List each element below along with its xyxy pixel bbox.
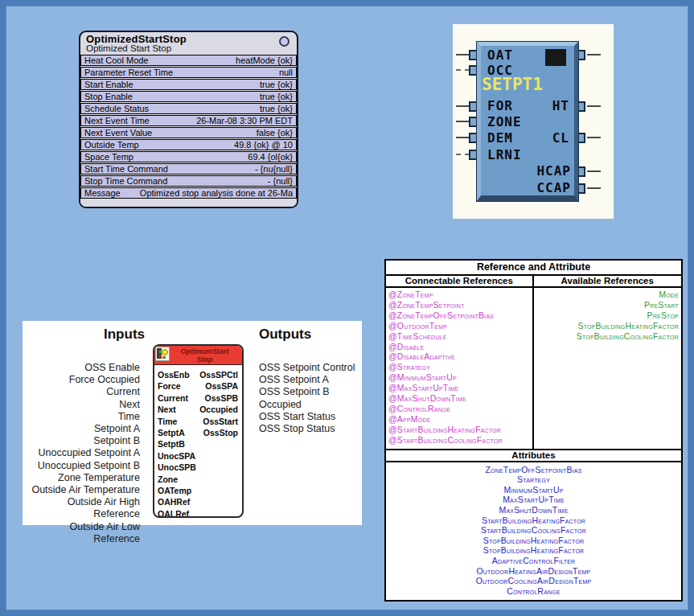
connectable-references-column: Connectable References @ZoneTemp@ZoneTem… [386, 276, 534, 449]
oss-block-title: OptimumStart Stop [170, 346, 242, 364]
oss-left-pin-labels: OssEnbForceCurrentNextTimeSetptASetptBUn… [158, 369, 196, 518]
property-value: null [279, 68, 293, 77]
pin-label-oat: OAT [487, 47, 513, 63]
input-label: Unoccupied Setpoint B [23, 460, 140, 472]
output-label: Occupied [259, 399, 355, 411]
property-label: Next Event Value [84, 128, 152, 138]
pin-line-for [456, 105, 470, 107]
traffic-light-icon [157, 348, 162, 359]
available-reference-item: PreStop [536, 310, 680, 321]
property-row[interactable]: Next Event Value false {ok} [80, 127, 297, 138]
property-value: - {null} [268, 176, 293, 186]
oss-left-pin-label: Time [158, 416, 196, 427]
property-label: Stop Enable [84, 92, 133, 101]
oss-left-pin-label: Zone [158, 474, 196, 485]
oss-left-pin-label: Current [158, 392, 196, 404]
input-label: Current [23, 386, 140, 398]
input-label: Zone Temperature [23, 472, 140, 484]
property-row[interactable]: Space Temp 69.4 {ol{ok} [80, 151, 297, 162]
attribute-item: OutdoorHeatingAirDesignTemp [386, 566, 681, 577]
property-rows: Heat Cool Mode heatMode {ok} Parameter R… [80, 55, 297, 199]
property-row[interactable]: Stop Enable true {ok} [80, 91, 297, 102]
pin-label-cl: CL [552, 130, 569, 146]
pin-label-zone: ZONE [487, 114, 522, 129]
pin-line-occ [456, 69, 470, 71]
property-row[interactable]: Start Enable true {ok} [80, 79, 297, 90]
oss-left-pin-label: UnocSPA [158, 450, 196, 462]
block-title: SETPT1 [482, 75, 543, 94]
connectable-reference-item: @ZoneTempOffSetpointBias [388, 310, 530, 321]
connectable-reference-item: @ControlRange [388, 404, 530, 414]
property-row[interactable]: Next Event Time 26-Mar-08 3:30 PM EDT [80, 115, 297, 126]
input-label: Unoccupied Setpoint A [23, 447, 140, 459]
reference-attribute-table: Reference and Attribute Connectable Refe… [384, 259, 683, 602]
input-label: Outside Air Low Reference [23, 521, 140, 545]
property-label: Schedule Status [84, 104, 149, 113]
oss-left-pin-label: OAHRef [158, 496, 196, 507]
pin-line-zone [456, 121, 470, 122]
pin-line-ccap [587, 187, 601, 189]
property-row[interactable]: Heat Cool Mode heatMode {ok} [80, 55, 297, 66]
attribute-item: StartBuildingHeatingFactor [386, 515, 681, 526]
oss-right-pin-label: OssSPB [199, 392, 238, 404]
connectable-references-list: @ZoneTemp@ZoneTempSetpoint@ZoneTempOffSe… [386, 288, 532, 449]
connectable-reference-item: @TimeSchedule [388, 331, 530, 342]
property-value: true {ok} [260, 80, 293, 89]
property-row[interactable]: Start Time Command - {nu{null} [80, 163, 297, 175]
available-references-list: ModePreStartPreStopStopBuildingHeatingFa… [534, 288, 682, 345]
available-references-column: Available References ModePreStartPreStop… [534, 276, 682, 449]
pin-label-ccap: CCAP [536, 180, 571, 195]
output-label: OSS Setpoint Control [259, 362, 355, 374]
output-label: OSS Setpoint A [259, 374, 355, 386]
pin-line-top-right [587, 54, 601, 55]
connectable-reference-item: @MaxShutDownTime [388, 393, 530, 404]
property-row[interactable]: Parameter Reset Time null [80, 67, 297, 78]
available-references-header: Available References [534, 276, 682, 288]
attribute-item: ZoneTempOffSetpointBias [386, 465, 681, 475]
bulb-icon [162, 349, 168, 355]
available-reference-item: StopBuildingCoolingFactor [536, 331, 680, 342]
property-value: false {ok} [257, 128, 293, 138]
oss-right-pin-label: OssStop [199, 427, 238, 438]
property-label: Message [84, 188, 121, 198]
pin-line-oat [456, 54, 470, 55]
oss-left-pin-label: UnocSPB [158, 462, 196, 473]
attribute-item: StopBuildingHeatingFactor [386, 545, 681, 556]
property-value: 49.8 {ok} @ 10 [234, 140, 293, 150]
property-row[interactable]: Outside Temp 49.8 {ok} @ 10 [80, 139, 297, 150]
setpt1-panel: OAT OCC SETPT1 FOR HT ZONE DEM CL LRNI H… [453, 24, 614, 219]
oss-left-pin-label: OssEnb [158, 369, 196, 380]
property-value: heatMode {ok} [236, 55, 293, 65]
optimized-start-stop-property-block[interactable]: OptimizedStartStop Optimized Start Stop … [79, 31, 298, 208]
connectable-reference-item: @AppMode [388, 414, 530, 425]
oss-right-pin-labels: OssSPCtlOssSPAOssSPBOccupiedOssStartOssS… [199, 369, 238, 438]
property-label: Parameter Reset Time [84, 68, 173, 77]
pin-label-ht: HT [552, 98, 569, 113]
property-value: true {ok} [260, 104, 293, 113]
property-block-footer [80, 199, 297, 207]
oss-left-pin-label: SetptA [158, 427, 196, 438]
connectable-reference-item: @Disable [388, 342, 530, 352]
pin-line-dem [456, 137, 470, 138]
inputs-list: OSS EnableForce OccupiedCurrentNextTimeS… [23, 362, 140, 545]
connectable-reference-item: @ZoneTempSetpoint [388, 300, 530, 310]
status-circle-icon [279, 36, 290, 47]
property-block-subtitle: Optimized Start Stop [86, 43, 291, 53]
connectable-reference-item: @StartBuildingHeatingFactor [388, 425, 530, 435]
setpt1-function-block[interactable]: OAT OCC SETPT1 FOR HT ZONE DEM CL LRNI H… [477, 42, 578, 201]
property-row[interactable]: Message Optimized stop analysis done at … [80, 187, 297, 199]
pin-label-lrni: LRNI [487, 147, 522, 162]
oss-left-pin-label: Force [158, 380, 196, 392]
input-label: Force Occupied [23, 374, 140, 386]
attribute-item: StopBuildingHeatingFactor [386, 536, 681, 546]
property-row[interactable]: Stop Time Command - {null} [80, 175, 297, 187]
optimum-start-stop-block[interactable]: OptimumStart Stop OssEnbForceCurrentNext… [153, 344, 244, 518]
pin-line-hcap [587, 170, 601, 172]
status-square-icon [545, 49, 566, 66]
attribute-item: OutdoorCoolingAirDesignTemp [386, 576, 681, 586]
connectable-reference-item: @ZoneTemp [388, 290, 530, 300]
input-label: Setpoint B [23, 435, 140, 447]
red-dot-icon [159, 355, 162, 357]
pin-line-lrni [456, 154, 470, 155]
property-row[interactable]: Schedule Status true {ok} [80, 103, 297, 114]
